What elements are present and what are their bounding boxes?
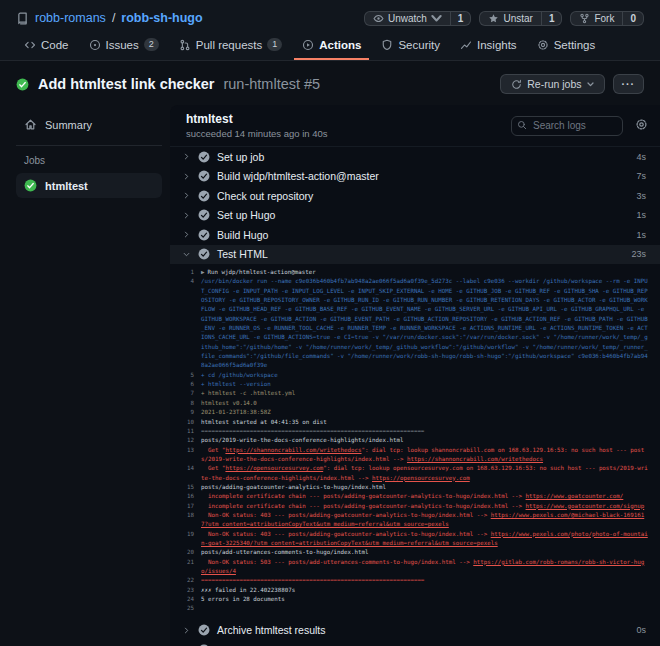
log-line-text: incomplete certificate chain --- posts/a… [201, 492, 648, 501]
tab-label: Security [398, 39, 440, 51]
log-line-number[interactable]: 7 [172, 389, 194, 398]
log-line-number[interactable]: 1 [172, 268, 194, 277]
log-line-number[interactable]: 5 [172, 371, 194, 380]
log-line-number[interactable]: 20 [172, 548, 194, 557]
log-line-number[interactable]: 9 [172, 408, 194, 417]
step-duration: 1s [636, 230, 646, 240]
log-line-number[interactable]: 13 [172, 446, 194, 465]
tab-security[interactable]: Security [373, 33, 448, 60]
log-line: 11 =====================================… [172, 427, 648, 436]
tab-pull-requests[interactable]: Pull requests1 [171, 33, 291, 60]
chevron-right-icon [182, 172, 191, 181]
tab-label: Pull requests [196, 39, 262, 51]
log-line-number[interactable]: 10 [172, 418, 194, 427]
log-line-text: posts/2019-write-the-docs-conference-hig… [201, 436, 648, 445]
step-success-icon [198, 190, 210, 202]
log-line-text: ========================================… [201, 576, 648, 585]
unstar-count[interactable]: 1 [541, 12, 562, 25]
log-line-number[interactable]: 15 [172, 483, 194, 492]
log-line-number[interactable]: 11 [172, 427, 194, 436]
search-icon [517, 120, 527, 130]
log-line-text: Get "https://shannoncrabill.com/writethe… [201, 446, 648, 465]
log-line-number[interactable]: 6 [172, 380, 194, 389]
log-line-number[interactable]: 12 [172, 436, 194, 445]
log-line-number[interactable]: 8 [172, 399, 194, 408]
unstar-label: Unstar [503, 13, 532, 24]
rerun-jobs-button[interactable]: Re-run jobs [500, 74, 604, 94]
log-line: 15 posts/adding-goatcounter-analytics-to… [172, 483, 648, 492]
log-line-number[interactable]: 17 [172, 502, 194, 511]
log-line-number[interactable]: 16 [172, 492, 194, 501]
tab-issues[interactable]: Issues2 [81, 33, 167, 60]
steps-list: Set up job 4s Build wjdp/htmltest-action… [170, 147, 660, 646]
step-build-hugo[interactable]: Build Hugo 1s [170, 225, 660, 245]
step-name: Archive htmltest results [217, 624, 326, 636]
step-success-icon [198, 209, 210, 221]
step-check-out-repository[interactable]: Check out repository 3s [170, 186, 660, 206]
log-line-number[interactable]: 4 [172, 277, 194, 370]
step-success-icon [198, 248, 210, 260]
chevron-down-icon [182, 250, 191, 259]
tab-code[interactable]: Code [16, 33, 77, 60]
home-icon [24, 118, 37, 131]
log-line-number[interactable]: 18 [172, 511, 194, 530]
step-set-up-hugo[interactable]: Set up Hugo 1s [170, 206, 660, 226]
fork-count[interactable]: 0 [622, 12, 643, 25]
log-line: 12 posts/2019-write-the-docs-conference-… [172, 436, 648, 445]
step-archive-htmltest-results[interactable]: Archive htmltest results 0s [170, 621, 660, 641]
step-name: Build Hugo [217, 229, 268, 241]
repo-owner-link[interactable]: robb-romans [35, 11, 106, 25]
tab-insights[interactable]: Insights [452, 33, 525, 60]
tab-settings[interactable]: Settings [529, 33, 604, 60]
log-line-number[interactable]: 14 [172, 464, 194, 483]
log-line: 16 incomplete certificate chain --- post… [172, 492, 648, 501]
fork-button[interactable]: Fork 0 [570, 11, 644, 26]
log-line-number[interactable]: 19 [172, 530, 194, 549]
log-line-number[interactable]: 22 [172, 576, 194, 585]
unwatch-count[interactable]: 1 [450, 12, 471, 25]
step-test-html[interactable]: Test HTML 23s [170, 245, 660, 265]
log-line-text: Non-OK status: 503 --- posts/add-utteran… [201, 558, 648, 577]
more-options-button[interactable]: ··· [613, 74, 645, 94]
log-line: 10 htmltest started at 04:41:35 on dist [172, 418, 648, 427]
repo-name-link[interactable]: robb-sh-hugo [121, 11, 202, 25]
log-line-text: posts/adding-goatcounter-analytics-to-hu… [201, 483, 648, 492]
log-line: 6 + htmltest --version [172, 380, 648, 389]
tab-label: Insights [477, 39, 517, 51]
log-line: 22 =====================================… [172, 576, 648, 585]
run-success-icon [16, 78, 29, 91]
log-line-text: + htmltest --version [201, 380, 648, 389]
step-set-up-job[interactable]: Set up job 4s [170, 147, 660, 167]
search-logs-input[interactable] [511, 116, 623, 136]
log-line: 14 Get "https://opensourcesurvey.com": d… [172, 464, 648, 483]
sidebar-item-summary[interactable]: Summary [16, 113, 162, 136]
step-post-check-out-repository[interactable]: Post Check out repository 1s [170, 640, 660, 646]
pr-icon [179, 39, 191, 51]
step-duration: 0s [636, 625, 646, 635]
log-line-text: ▶Run wjdp/htmltest-action@master [201, 268, 648, 277]
repo-icon [16, 12, 29, 25]
log-line: 24 5 errors in 28 documents [172, 595, 648, 604]
content: Summary Jobs htmltest htmltest succeeded… [0, 105, 660, 646]
run-header: Add htmltest link checker run-htmltest #… [0, 61, 660, 105]
step-build-wjdp-htmltest-action-master[interactable]: Build wjdp/htmltest-action@master 7s [170, 167, 660, 187]
step-name: Build wjdp/htmltest-action@master [217, 170, 379, 182]
step-name: Set up job [217, 151, 264, 163]
unwatch-button[interactable]: Unwatch 1 [364, 11, 471, 26]
log-line-number[interactable]: 25 [172, 604, 194, 613]
log-settings-button[interactable] [635, 118, 648, 134]
job-header: htmltest succeeded 14 minutes ago in 40s [170, 105, 660, 147]
unstar-button[interactable]: Unstar 1 [479, 11, 562, 26]
log-line-number[interactable]: 24 [172, 595, 194, 604]
sidebar: Summary Jobs htmltest [0, 105, 170, 646]
star-icon [488, 13, 499, 24]
log-line: 8 htmltest v0.14.0 [172, 399, 648, 408]
log-line-number[interactable]: 21 [172, 558, 194, 577]
sidebar-job-htmltest[interactable]: htmltest [16, 173, 162, 198]
log-line-text: ========================================… [201, 427, 648, 436]
tab-actions[interactable]: Actions [294, 33, 369, 60]
log-line-text: + htmltest -c .htmltest.yml [201, 389, 648, 398]
log-line-text [201, 604, 648, 613]
log-line-number[interactable]: 23 [172, 586, 194, 595]
repo-title-row: robb-romans / robb-sh-hugo Unwatch 1 Uns… [16, 7, 644, 29]
